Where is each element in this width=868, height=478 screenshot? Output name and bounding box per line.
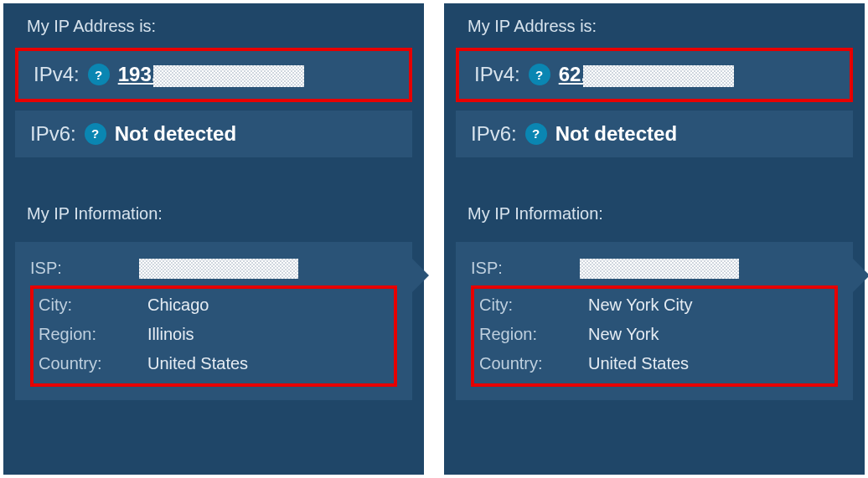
ipv6-label: IPv6: [30, 122, 76, 146]
city-label: City: [479, 296, 588, 315]
country-label: Country: [479, 354, 588, 373]
panel-arrow-icon [853, 259, 868, 292]
ipv4-prefix: 193. [118, 63, 158, 85]
city-value: Chicago [147, 296, 209, 315]
ipv4-row: IPv4: ? 193. [15, 48, 412, 102]
help-icon[interactable]: ? [525, 123, 547, 145]
region-label: Region: [479, 325, 588, 344]
ip-info-panel: ISP: City: Chicago Region: Illinois Coun… [15, 242, 412, 400]
country-value: United States [147, 354, 248, 373]
panel-arrow-icon [412, 259, 429, 292]
info-row-region: Region: Illinois [39, 320, 389, 349]
ip-address-title: My IP Address is: [444, 3, 865, 48]
help-icon[interactable]: ? [529, 64, 550, 85]
ipv4-label: IPv4: [34, 63, 80, 86]
info-row-region: Region: New York [479, 320, 829, 349]
region-label: Region: [39, 325, 147, 344]
ip-address-title: My IP Address is: [3, 3, 424, 48]
ip-info-title: My IP Information: [3, 191, 424, 235]
spacer [3, 166, 424, 191]
geo-highlight-box: City: New York City Region: New York Cou… [471, 285, 838, 387]
ipv4-row: IPv4: ? 62. [456, 48, 853, 102]
region-value: New York [588, 325, 659, 344]
region-value: Illinois [147, 325, 194, 344]
redacted-block [583, 65, 734, 87]
ip-panel-right: My IP Address is: IPv4: ? 62. IPv6: ? No… [444, 3, 865, 475]
ipv6-row: IPv6: ? Not detected [15, 111, 412, 157]
isp-label: ISP: [30, 259, 139, 278]
ipv4-value-link[interactable]: 193. [118, 63, 305, 87]
spacer [444, 166, 865, 191]
help-icon[interactable]: ? [85, 123, 106, 145]
isp-value-redacted [580, 259, 739, 279]
info-row-city: City: Chicago [39, 290, 389, 320]
info-row-isp: ISP: [30, 254, 397, 284]
isp-label: ISP: [471, 259, 580, 278]
ipv4-prefix: 62. [559, 63, 586, 85]
ipv6-row: IPv6: ? Not detected [456, 111, 853, 157]
info-row-isp: ISP: [471, 254, 838, 284]
redacted-block [153, 65, 304, 87]
city-value: New York City [588, 296, 693, 315]
ip-info-panel: ISP: City: New York City Region: New Yor… [456, 242, 853, 400]
info-row-country: Country: United States [39, 349, 389, 378]
info-row-country: Country: United States [479, 349, 829, 378]
isp-value-redacted [139, 259, 298, 279]
ipv6-label: IPv6: [471, 122, 517, 146]
help-icon[interactable]: ? [88, 64, 110, 85]
city-label: City: [39, 296, 147, 315]
ip-info-title: My IP Information: [444, 191, 865, 235]
country-label: Country: [39, 354, 147, 373]
ip-panel-left: My IP Address is: IPv4: ? 193. IPv6: ? N… [3, 3, 424, 475]
ipv6-value: Not detected [115, 122, 236, 146]
ipv4-label: IPv4: [474, 63, 520, 86]
country-value: United States [588, 354, 689, 373]
ipv6-value: Not detected [555, 122, 677, 146]
ipv4-value-link[interactable]: 62. [559, 63, 734, 87]
geo-highlight-box: City: Chicago Region: Illinois Country: … [30, 285, 397, 387]
info-row-city: City: New York City [479, 290, 829, 320]
